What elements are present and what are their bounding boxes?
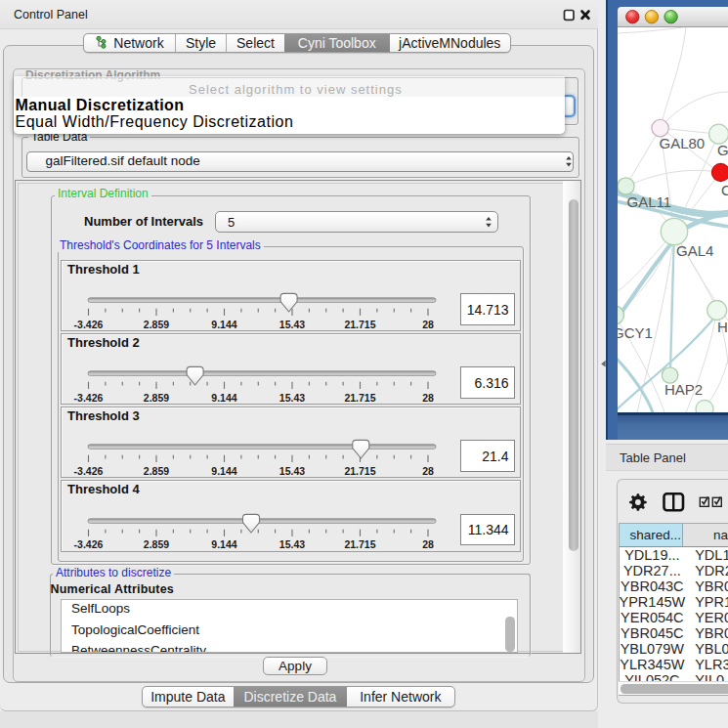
svg-text:GA: GA: [717, 142, 728, 158]
svg-text:GAL4: GAL4: [676, 241, 713, 258]
svg-text:HAP2: HAP2: [664, 381, 703, 398]
svg-text:C: C: [721, 182, 728, 198]
svg-text:H: H: [717, 319, 728, 335]
svg-text:GAL80: GAL80: [660, 134, 706, 150]
svg-text:GCY1: GCY1: [618, 323, 653, 340]
svg-text:GAL11: GAL11: [627, 193, 672, 209]
